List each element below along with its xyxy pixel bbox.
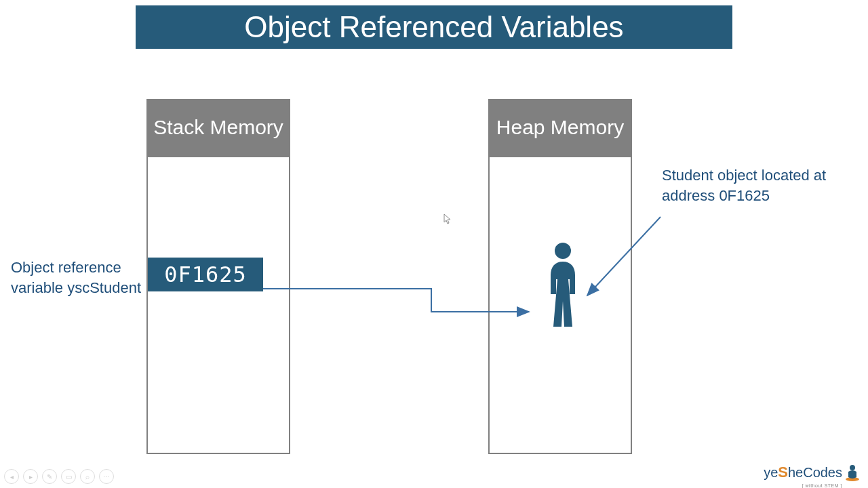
logo-prefix: ye — [764, 465, 778, 480]
heap-object-label: Student object located at address 0F1625 — [662, 165, 838, 205]
reference-variable-label: Object reference variable yscStudent — [11, 258, 146, 298]
svg-point-0 — [555, 243, 571, 259]
brand-logo: yeSheCodes — [764, 462, 860, 481]
view-button[interactable]: ▭ — [61, 469, 76, 484]
stack-memory-header: Stack Memory — [146, 99, 290, 156]
arrow-layer — [0, 0, 868, 488]
logo-accent: S — [778, 464, 788, 481]
zoom-button[interactable]: ⌕ — [80, 469, 95, 484]
prev-button[interactable]: ◂ — [4, 469, 19, 484]
stack-memory-header-text: Stack Memory — [153, 115, 283, 140]
brand-logo-text: yeSheCodes — [764, 464, 842, 481]
logo-suffix: heCodes — [788, 465, 842, 480]
memory-address-value: 0F1625 — [148, 258, 263, 291]
student-object-icon — [542, 241, 583, 329]
heap-memory-header: Heap Memory — [488, 99, 632, 156]
buddha-icon — [845, 462, 860, 481]
stack-memory-box — [146, 156, 290, 454]
play-button[interactable]: ▸ — [23, 469, 38, 484]
svg-point-3 — [850, 465, 855, 470]
more-button[interactable]: ⋯ — [99, 469, 114, 484]
pen-button[interactable]: ✎ — [42, 469, 57, 484]
brand-logo-subtitle: [ without STEM ] — [802, 483, 842, 488]
slide-title: Object Referenced Variables — [136, 5, 732, 49]
player-controls: ◂ ▸ ✎ ▭ ⌕ ⋯ — [4, 469, 114, 484]
heap-memory-header-text: Heap Memory — [496, 115, 624, 140]
mouse-cursor-icon — [443, 214, 452, 224]
